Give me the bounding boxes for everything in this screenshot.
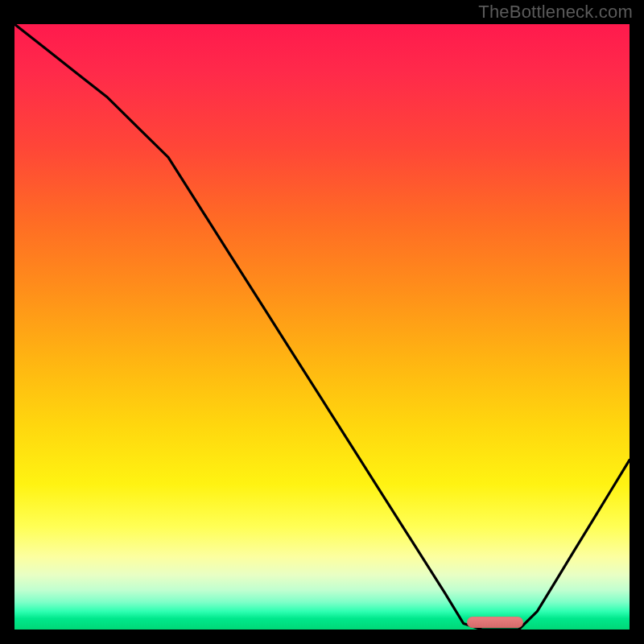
optimal-range-marker (467, 617, 523, 628)
chart-stage: TheBottleneck.com (0, 0, 644, 644)
bottleneck-curve (14, 24, 630, 630)
watermark-label: TheBottleneck.com (478, 2, 633, 23)
plot-area (14, 24, 630, 630)
curve-path (14, 24, 630, 630)
